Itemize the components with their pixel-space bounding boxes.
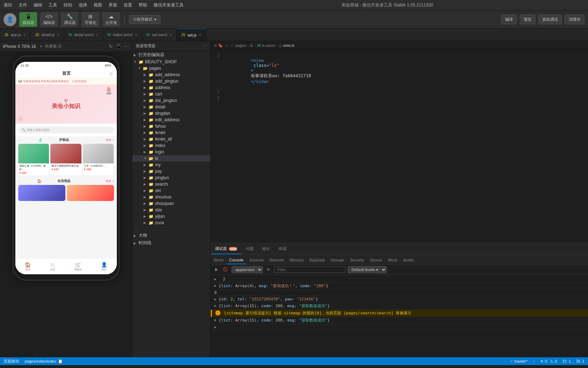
tab-set-wxml[interactable]: W set.wxml ✕ [142, 29, 177, 41]
folder-shouhuo[interactable]: ▶ 📁 shouhuo [132, 194, 210, 200]
expand-icon-6[interactable]: ▶ [214, 318, 216, 322]
console-block-button[interactable]: 🚫 [221, 266, 229, 273]
folder-add-address[interactable]: ▶ 📁 add_address [132, 72, 210, 78]
section2-more[interactable]: 更多 > [106, 179, 114, 183]
close-icon-6[interactable]: ✕ [199, 33, 201, 37]
nav-back-icon[interactable]: ← [224, 43, 228, 48]
folder-set[interactable]: ▶ 📁 set [132, 187, 210, 194]
folder-edit-address[interactable]: ▶ 📁 edit_address [132, 117, 210, 123]
tab-mock[interactable]: Mock [385, 256, 400, 264]
avatar[interactable]: 👤 [4, 13, 16, 26]
simulator-button[interactable]: 📱 模拟器 [19, 12, 37, 27]
eye-button[interactable]: 👁 [265, 267, 272, 273]
hot-reload-button[interactable]: 热重载 关 [45, 44, 62, 49]
nav-forward-icon[interactable]: → [230, 43, 234, 48]
visual-button[interactable]: ⊞ 可视化 [81, 12, 99, 27]
level-select[interactable]: Default levels ▾ [348, 266, 387, 273]
open-editor-section[interactable]: ▶ 打开的编辑器 [132, 51, 210, 59]
expand-icon-7[interactable]: ▶ [214, 325, 216, 329]
expand-icon-4[interactable]: ▶ [214, 297, 216, 301]
expand-icon-2[interactable]: ▶ [214, 284, 216, 288]
menu-help[interactable]: 帮助 [139, 2, 147, 8]
menu-tool[interactable]: 工具 [49, 2, 57, 8]
folder-star[interactable]: ▶ 📁 star [132, 207, 210, 213]
folder-dingdan[interactable]: ▶ 📁 dingdan [132, 110, 210, 117]
pages-folder[interactable]: ▼ 📂 pages [132, 65, 210, 72]
close-icon[interactable]: ✕ [23, 33, 26, 37]
preview-button[interactable]: 预览 [520, 15, 535, 24]
editor-button[interactable]: </> 编辑器 [40, 12, 58, 27]
nav-cart[interactable]: 🛒 购物车 [74, 262, 82, 271]
menu-interface[interactable]: 界面 [109, 2, 117, 8]
menu-wechat-devtools[interactable]: 微信开发者工具 [154, 2, 184, 8]
close-icon-5[interactable]: ✕ [169, 33, 172, 37]
menu-file[interactable]: 文件 [19, 2, 27, 8]
mode-dropdown[interactable]: 小程序模式 ▾ [129, 15, 160, 24]
folder-detail[interactable]: ▶ 📁 detail [132, 104, 210, 110]
devtools-tab-problems[interactable]: 问题 [241, 244, 258, 254]
path-label-item[interactable]: 页面路径 [4, 359, 19, 364]
devtools-tab-terminal[interactable]: 终端 [274, 244, 291, 254]
folder-my[interactable]: ▶ 📁 my [132, 162, 210, 168]
close-icon-4[interactable]: ✕ [135, 33, 138, 37]
folder-pinglun[interactable]: ▶ 📁 pinglun [132, 175, 210, 181]
menu-view[interactable]: 视图 [94, 2, 102, 8]
tab-storage[interactable]: Storage [328, 256, 347, 264]
console-filter-input[interactable] [274, 266, 345, 273]
folder-fenlei[interactable]: ▶ 📁 fenlei [132, 129, 210, 136]
folder-zuce[interactable]: ▶ 📁 zuce [132, 220, 210, 226]
folder-yijian[interactable]: ▶ 📁 yijian [132, 213, 210, 220]
tab-memory[interactable]: Memory [287, 256, 307, 264]
product-card-3[interactable]: 兰芝（LANEIGE）... ¥ 199 [83, 144, 114, 175]
explorer-more-icon[interactable]: ⋯ [203, 44, 207, 48]
project-root[interactable]: ▼ 📁 BEAUTY_SHOP [132, 59, 210, 65]
daily-card-2[interactable] [67, 185, 114, 201]
devtools-tab-output[interactable]: 输出 [258, 244, 274, 254]
breadcrumb-lx[interactable]: lx [250, 43, 253, 48]
errors-item[interactable]: ✕ 0 ⚠ 0 [540, 359, 557, 364]
console-play-button[interactable]: ▶ [214, 266, 219, 273]
folder-fenlei-all[interactable]: ▶ 📁 fenlei_all [132, 136, 210, 142]
tab-sources[interactable]: Sources [246, 256, 266, 264]
debugger-button[interactable]: 🔧 调试器 [61, 12, 79, 27]
folder-dai-pinglun[interactable]: ▶ 📁 dai_pinglun [132, 97, 210, 104]
timeline-section[interactable]: ▶ 时间线 [132, 239, 210, 247]
nav-home[interactable]: 🏠 首页 [25, 262, 31, 271]
real-device-button[interactable]: 真机调试 [538, 15, 562, 24]
breadcrumb-view-lx[interactable]: ◇ view.lx [279, 43, 294, 48]
nav-profile[interactable]: 👤 我的 [101, 262, 107, 271]
tab-console[interactable]: Console [226, 256, 246, 264]
menu-settings[interactable]: 设置 [124, 2, 132, 8]
phone-search-bar[interactable]: 🔍 请输入搜索关键词 [18, 127, 114, 133]
tab-set-js[interactable]: JS set.js ✕ [177, 29, 206, 41]
expand-icon-1[interactable]: ▶ [214, 277, 216, 281]
folder-shouquan[interactable]: ▶ 📁 shouquan [132, 200, 210, 207]
daily-card-1[interactable] [18, 185, 65, 201]
folder-lx[interactable]: ▼ 📂 lx [132, 155, 210, 162]
more-icon[interactable]: ⋯ [124, 44, 129, 49]
section1-more[interactable]: 更多 > [106, 138, 114, 142]
close-icon-2[interactable]: ✕ [57, 33, 60, 37]
folder-pay[interactable]: ▶ 📁 pay [132, 168, 210, 175]
close-icon-3[interactable]: ✕ [96, 33, 99, 37]
folder-fahuo[interactable]: ▶ 📁 fahuo [132, 123, 210, 129]
folder-login[interactable]: ▶ 📁 login [132, 149, 210, 155]
cloud-button[interactable]: ☁ 云开发 [102, 12, 120, 27]
tab-wxml[interactable]: Wxml [211, 256, 226, 264]
tab-detail-wxml[interactable]: W detail.wxml ✕ [64, 29, 103, 41]
product-card-1[interactable]: 海蓝之谜（LA MER）修护... ¥ 129 [18, 144, 49, 175]
compile-button[interactable]: 编译 [501, 15, 517, 24]
menu-select[interactable]: 选择 [79, 2, 87, 8]
folder-search[interactable]: ▶ 📁 search [132, 181, 210, 187]
appservice-selector[interactable]: appservice [231, 266, 263, 273]
folder-address[interactable]: ▶ 📁 address [132, 84, 210, 91]
tab-security[interactable]: Security [347, 256, 367, 264]
outline-section[interactable]: ▶ 大纲 [132, 232, 210, 239]
code-editor[interactable]: 1 <view class="lx" > 有事请联系wx: fa66443171… [211, 50, 588, 243]
clear-cache-button[interactable]: 清缓存 [565, 15, 584, 24]
sync-icon-item[interactable]: ↑ [533, 359, 535, 363]
refresh-icon[interactable]: ↻ [109, 44, 113, 49]
breadcrumb-pages[interactable]: pages [235, 43, 246, 48]
menu-edit[interactable]: 编辑 [34, 2, 42, 8]
tab-index-wxml[interactable]: W index.wxml ✕ [103, 29, 142, 41]
